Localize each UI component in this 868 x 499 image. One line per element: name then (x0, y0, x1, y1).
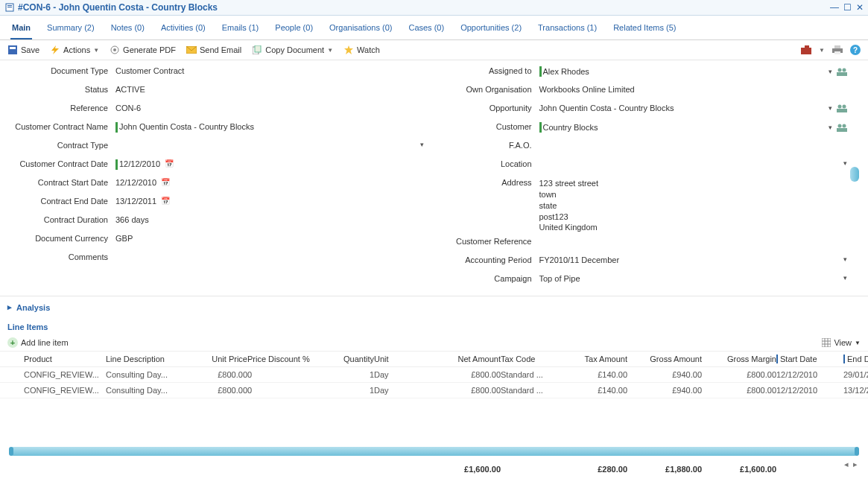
people-icon[interactable] (837, 104, 847, 112)
cell-tax-amount: £140.00 (560, 386, 627, 395)
col-unit[interactable]: Unit (374, 355, 434, 363)
opportunity-input[interactable]: John Quentin Costa - Country Blocks (539, 104, 825, 112)
chevron-down-icon[interactable]: ▼ (819, 47, 825, 54)
start-date-input[interactable]: 12/12/2010 (115, 178, 156, 187)
cell-product: CONFIG_REVIEW... (24, 386, 106, 395)
svg-rect-24 (837, 109, 847, 112)
assigned-to-input[interactable]: Alex Rhodes (543, 67, 825, 76)
location-label: Location (431, 159, 539, 168)
chevron-down-icon[interactable]: ▾ (829, 68, 832, 75)
minimize-icon[interactable]: — (830, 2, 839, 13)
plus-icon[interactable]: + (7, 337, 18, 348)
address-label: Address (431, 178, 539, 187)
cell-price-disc: 0 (247, 370, 322, 379)
tab-activities[interactable]: Activities (0) (159, 20, 207, 39)
svg-point-19 (838, 69, 842, 72)
address-line-5: United Kingdom (539, 222, 848, 233)
chevron-down-icon[interactable]: ▾ (420, 141, 424, 148)
send-email-button[interactable]: Send Email (186, 45, 241, 55)
campaign-select[interactable]: Top of Pipe▾ (539, 274, 848, 283)
col-gross-margin[interactable]: Gross Margin (702, 355, 776, 363)
tab-people[interactable]: People (0) (273, 20, 314, 39)
document-type-label: Document Type (7, 66, 115, 75)
save-button[interactable]: Save (7, 45, 39, 55)
col-gross-amount[interactable]: Gross Amount (627, 355, 702, 363)
actions-button[interactable]: Actions ▼ (50, 45, 99, 55)
generate-pdf-button[interactable]: Generate PDF (110, 45, 176, 55)
calendar-icon[interactable]: 📅 (161, 178, 170, 186)
table-row[interactable]: CONFIG_REVIEW... Consulting Day... £800.… (0, 383, 868, 398)
col-price-disc[interactable]: Price Discount % (247, 355, 322, 363)
calendar-icon[interactable]: 📅 (165, 159, 174, 168)
comments-label: Comments (7, 252, 115, 261)
tab-related-items[interactable]: Related Items (5) (612, 20, 677, 39)
contract-date-input[interactable]: 12/12/2010 (119, 159, 160, 168)
status-label: Status (7, 85, 115, 94)
watch-button[interactable]: Watch (343, 45, 380, 55)
tab-notes[interactable]: Notes (0) (110, 20, 146, 39)
col-net-amount[interactable]: Net Amount (434, 355, 501, 363)
chevron-down-icon[interactable]: ▾ (843, 159, 847, 167)
svg-rect-28 (822, 338, 831, 347)
document-icon (4, 2, 15, 13)
tab-main[interactable]: Main (10, 20, 32, 39)
cell-quantity: 1 (322, 386, 374, 395)
col-product[interactable]: Product (24, 355, 106, 363)
print-icon[interactable] (832, 45, 843, 55)
tab-transactions[interactable]: Transactions (1) (536, 20, 598, 39)
svg-point-20 (843, 69, 846, 72)
col-quantity[interactable]: Quantity (322, 355, 374, 363)
col-tax-code[interactable]: Tax Code (501, 355, 560, 363)
calendar-icon[interactable]: 📅 (161, 197, 170, 205)
tab-emails[interactable]: Emails (1) (221, 20, 261, 39)
tab-opportunities[interactable]: Opportunities (2) (459, 20, 523, 39)
tab-organisations[interactable]: Organisations (0) (328, 20, 393, 39)
reference-value: CON-6 (115, 104, 424, 112)
maximize-icon[interactable]: ☐ (843, 2, 852, 13)
page-next-icon[interactable]: ▸ (853, 460, 858, 469)
help-icon[interactable]: ? (850, 45, 861, 55)
table-row[interactable]: CONFIG_REVIEW... Consulting Day... £800.… (0, 367, 868, 383)
briefcase-icon[interactable] (801, 45, 811, 55)
currency-value: GBP (115, 234, 424, 243)
page-prev-icon[interactable]: ◂ (844, 460, 849, 469)
people-icon[interactable] (837, 123, 847, 132)
campaign-label: Campaign (431, 274, 539, 283)
people-icon[interactable] (837, 67, 847, 76)
address-value[interactable]: 123 street street town state post123 Uni… (539, 178, 848, 233)
chevron-down-icon[interactable]: ▾ (829, 124, 832, 131)
view-button[interactable]: View ▼ (822, 338, 861, 347)
required-indicator (539, 66, 542, 77)
cell-gross-margin: £800.00 (702, 370, 776, 379)
close-icon[interactable]: ✕ (856, 2, 864, 13)
col-end-date[interactable]: End Date (843, 355, 868, 363)
vertical-scroll-thumb[interactable] (850, 167, 859, 182)
chevron-down-icon[interactable]: ▾ (843, 255, 847, 263)
col-unit-price[interactable]: Unit Price (188, 355, 247, 363)
copy-document-button[interactable]: Copy Document ▼ (252, 45, 333, 55)
window-controls: — ☐ ✕ (830, 2, 864, 13)
col-line-desc[interactable]: Line Description (106, 355, 188, 363)
cell-tax-amount: £140.00 (560, 370, 627, 379)
line-items-title: Line Items (0, 318, 868, 334)
window-title-text: #CON-6 - John Quentin Costa - Country Bl… (18, 2, 218, 13)
chevron-down-icon[interactable]: ▾ (843, 274, 847, 282)
col-tax-amount[interactable]: Tax Amount (560, 355, 627, 363)
cell-price-disc: 0 (247, 386, 322, 395)
end-date-input[interactable]: 13/12/2011 (115, 197, 156, 206)
col-start-date[interactable]: Start Date (776, 355, 843, 363)
tab-summary[interactable]: Summary (2) (45, 20, 96, 39)
analysis-section-toggle[interactable]: ▸ Analysis (0, 296, 868, 318)
acct-period-select[interactable]: FY2010/11 December▾ (539, 255, 848, 264)
customer-input[interactable]: Country Blocks (543, 123, 825, 132)
total-margin: £1,600.00 (702, 465, 776, 474)
horizontal-scrollbar[interactable] (9, 447, 859, 456)
cell-quantity: 1 (322, 370, 374, 379)
svg-marker-11 (344, 45, 353, 54)
svg-point-25 (838, 124, 842, 128)
tab-cases[interactable]: Cases (0) (407, 20, 446, 39)
chevron-down-icon[interactable]: ▾ (829, 104, 832, 112)
pagination: ◂ ▸ (844, 460, 858, 469)
add-line-item-button[interactable]: Add line item (21, 338, 69, 347)
contract-name-input[interactable]: John Quentin Costa - Country Blocks (119, 122, 254, 131)
